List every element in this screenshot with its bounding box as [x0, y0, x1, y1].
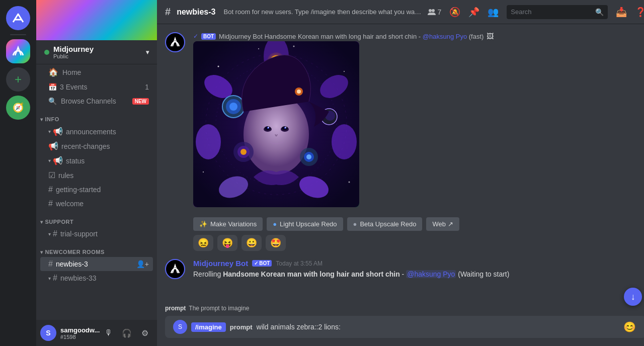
svg-point-35 [306, 154, 311, 159]
light-upscale-redo-button[interactable]: ● Light Upscale Redo [267, 217, 343, 231]
discord-home-button[interactable] [6, 6, 30, 30]
svg-point-40 [349, 182, 350, 183]
chat-main: ✓ BOT Midjourney Bot Handsome Korean man… [157, 24, 644, 346]
search-icon: 🔍 [595, 8, 604, 16]
server-icon-midjourney[interactable] [6, 39, 30, 63]
reroll-text: Rerolling Handsome Korean man with long … [193, 270, 644, 280]
username: samgoodw... [60, 326, 101, 334]
channel-name: status [66, 157, 85, 165]
make-variations-button[interactable]: ✨ Make Variations [193, 217, 263, 231]
nav-browse-label: Browse Channels [61, 97, 116, 105]
light-upscale-icon: ● [273, 220, 277, 228]
deafen-button[interactable]: 🎧 [119, 325, 135, 341]
channel-name: announcements [66, 128, 116, 136]
add-server-button[interactable]: + [6, 67, 30, 92]
reaction-🤩[interactable]: 🤩 [266, 235, 286, 251]
nav-home-label: Home [62, 68, 81, 76]
svg-point-37 [297, 90, 301, 94]
beta-upscale-icon: ● [353, 220, 357, 228]
compass-icon: 🧭 [13, 102, 24, 113]
settings-button[interactable]: ⚙ [137, 325, 153, 341]
channel-name: newbies-3 [56, 260, 88, 268]
sparkle-icon: ✨ [199, 220, 207, 228]
reroll-content: Midjourney Bot ✓ BOT Today at 3:55 AM Re… [193, 259, 644, 280]
chevron-down-icon: ↓ [631, 292, 635, 302]
members-button[interactable]: 👥 [488, 7, 499, 18]
mute-channel-button[interactable]: 🔕 [449, 7, 460, 18]
reroll-author: Midjourney Bot [193, 259, 248, 268]
search-box[interactable]: 🔍 [507, 5, 608, 19]
mute-button[interactable]: 🎙 [101, 325, 117, 341]
help-button[interactable]: ❓ [635, 7, 644, 18]
svg-point-32 [240, 149, 247, 155]
server-chevron-icon: ▾ [146, 49, 149, 56]
channel-trial-support[interactable]: ▾ # trial-support [40, 227, 153, 241]
category-label: INFO [45, 116, 59, 122]
channel-announcements[interactable]: ▾ 📢 announcements [40, 124, 153, 139]
server-header[interactable]: Midjourney Public ▾ [36, 40, 157, 64]
prompt-hint-area: prompt The prompt to imagine [157, 303, 644, 316]
user-info: samgoodw... #1598 [60, 326, 101, 340]
command-param-label: prompt [230, 323, 253, 331]
channel-welcome[interactable]: # welcome [40, 197, 153, 211]
checkbox-icon: ☑ [48, 170, 55, 180]
user-avatar: S [40, 325, 56, 341]
chat-input-field[interactable] [253, 319, 622, 335]
search-input[interactable] [511, 8, 595, 16]
category-arrow-icon: ▾ [40, 117, 43, 122]
prompt-hint-text: The prompt to imagine [189, 305, 249, 312]
channel-rules[interactable]: ☑ rules [40, 168, 153, 183]
chat-header: # newbies-3 Bot room for new users. Type… [157, 0, 644, 24]
chat-input-wrapper: S /imagine prompt 😊 [165, 316, 644, 338]
channel-getting-started[interactable]: # getting-started [40, 183, 153, 197]
bot-tag: BOT [201, 33, 216, 40]
reroll-message-group: Midjourney Bot ✓ BOT Today at 3:55 AM Re… [165, 259, 644, 280]
reaction-😀[interactable]: 😀 [242, 235, 262, 251]
image-expand-icon[interactable]: 🖼 [487, 32, 494, 40]
category-arrow-icon: ▾ [40, 219, 43, 225]
category-info[interactable]: ▾ INFO [36, 108, 157, 124]
web-button[interactable]: Web ↗ [426, 217, 459, 231]
message-content: ✓ BOT Midjourney Bot Handsome Korean man… [193, 32, 644, 251]
nav-events[interactable]: 📅 3 Events 1 [40, 80, 153, 94]
server-sidebar: + 🧭 [0, 0, 36, 346]
channel-newbies-3[interactable]: # newbies-3 👤+ [40, 257, 153, 271]
channel-recent-changes[interactable]: 📢 recent-changes [40, 139, 153, 153]
svg-point-8 [332, 124, 357, 159]
channel-list: 🏠 Home 📅 3 Events 1 🔍 Browse Channels NE… [36, 64, 157, 320]
category-support[interactable]: ▾ SUPPORT [36, 211, 157, 227]
reaction-😖[interactable]: 😖 [193, 235, 213, 251]
chat-input-area: S /imagine prompt 😊 [157, 316, 644, 346]
emoji-picker-button[interactable]: 😊 [621, 319, 638, 335]
nav-home[interactable]: 🏠 Home [40, 64, 153, 80]
verified-icon: ✓ [193, 33, 198, 40]
channel-newbies-33[interactable]: ▾ # newbies-33 [40, 271, 153, 285]
message-description: Midjourney Bot Handsome Korean man with … [219, 33, 484, 40]
nav-browse-channels[interactable]: 🔍 Browse Channels NEW [40, 94, 153, 108]
beta-upscale-redo-button[interactable]: ● Beta Upscale Redo [347, 217, 423, 231]
channel-sidebar: Midjourney Public ▾ 🏠 Home 📅 3 Events 1 … [36, 0, 157, 346]
svg-point-38 [218, 66, 219, 67]
message-top-line: ✓ BOT Midjourney Bot Handsome Korean man… [193, 32, 644, 40]
nav-events-label: 3 Events [60, 83, 87, 91]
svg-point-11 [196, 124, 221, 159]
chat-area: # newbies-3 Bot room for new users. Type… [157, 0, 644, 346]
svg-point-18 [229, 103, 237, 111]
plus-icon: + [15, 72, 22, 86]
reaction-😝[interactable]: 😝 [217, 235, 237, 251]
category-newcomer[interactable]: ▾ NEWCOMER ROOMS [36, 241, 157, 257]
pin-button[interactable]: 📌 [468, 7, 479, 18]
channel-name: recent-changes [61, 142, 110, 150]
events-badge: 1 [145, 83, 149, 91]
sub-arrow-icon: ▾ [48, 158, 51, 163]
channel-name: welcome [56, 200, 84, 208]
user-controls: 🎙 🎧 ⚙ [101, 325, 153, 341]
svg-point-41 [203, 171, 204, 172]
inbox-button[interactable]: 📥 [616, 7, 627, 18]
sub-arrow-icon: ▾ [48, 231, 51, 237]
channel-status[interactable]: ▾ 📢 status [40, 153, 153, 168]
online-indicator [44, 50, 49, 55]
svg-point-43 [293, 46, 295, 47]
discover-button[interactable]: 🧭 [6, 96, 30, 120]
member-count: 7 [428, 8, 442, 16]
